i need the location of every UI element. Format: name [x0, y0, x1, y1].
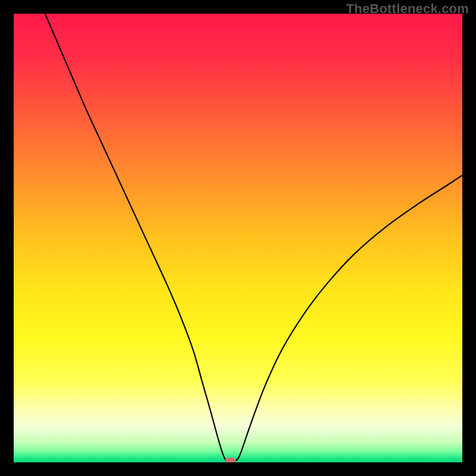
- plot-area: [14, 14, 462, 462]
- gradient-background: [14, 14, 462, 462]
- bottleneck-chart-svg: [14, 14, 462, 462]
- watermark-text: TheBottleneck.com: [346, 1, 469, 17]
- chart-frame: TheBottleneck.com: [0, 0, 476, 476]
